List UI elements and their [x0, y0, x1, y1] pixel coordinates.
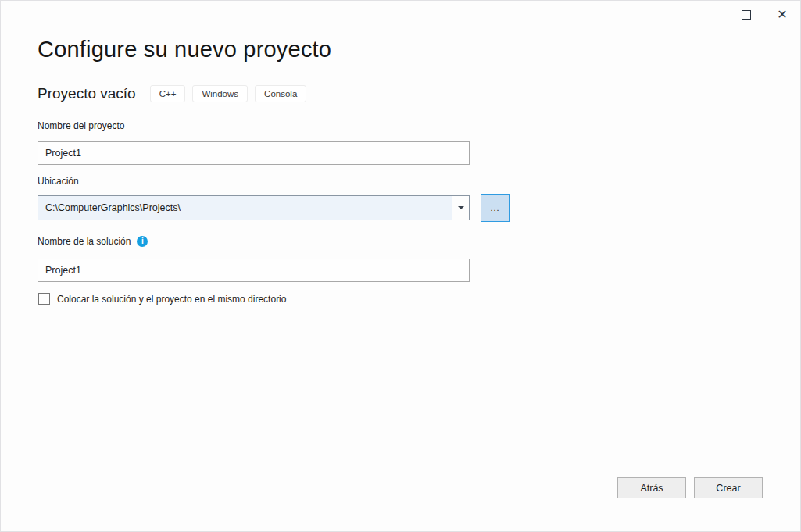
- location-label: Ubicación: [38, 176, 79, 187]
- location-dropdown-button[interactable]: [452, 196, 469, 220]
- solution-name-label-text: Nombre de la solución: [38, 236, 131, 247]
- same-directory-checkbox[interactable]: [38, 293, 50, 305]
- configure-project-dialog: ✕ Configure su nuevo proyecto Proyecto v…: [0, 0, 801, 532]
- solution-name-label: Nombre de la solución i: [38, 236, 148, 247]
- project-name-input[interactable]: [38, 141, 470, 165]
- info-icon[interactable]: i: [137, 236, 148, 247]
- project-name-label: Nombre del proyecto: [38, 120, 124, 131]
- solution-name-input[interactable]: [38, 259, 470, 282]
- browse-location-button[interactable]: ...: [481, 194, 510, 222]
- same-directory-row: Colocar la solución y el proyecto en el …: [38, 293, 286, 305]
- location-value: C:\ComputerGraphics\Projects\: [38, 202, 452, 213]
- project-config-form: Nombre del proyecto Ubicación C:\Compute…: [1, 1, 800, 531]
- same-directory-label: Colocar la solución y el proyecto en el …: [57, 294, 286, 305]
- create-button[interactable]: Crear: [694, 477, 763, 498]
- location-combobox[interactable]: C:\ComputerGraphics\Projects\: [38, 195, 470, 220]
- chevron-down-icon: [458, 206, 464, 209]
- back-button[interactable]: Atrás: [617, 477, 686, 498]
